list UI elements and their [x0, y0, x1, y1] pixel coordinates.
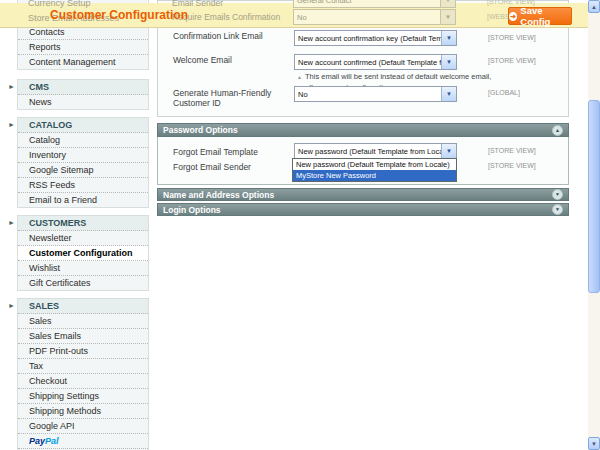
dropdown-arrow-icon[interactable]: ▼ — [441, 144, 456, 158]
dropdown-arrow-icon[interactable]: ▼ — [441, 55, 456, 69]
sidebar-item-pdf-print-outs[interactable]: PDF Print-outs — [18, 344, 148, 359]
dropdown-arrow-icon: ▼ — [440, 10, 455, 24]
dropdown-arrow-icon[interactable]: ▼ — [441, 87, 456, 101]
dropdown-arrow-icon: ▼ — [440, 0, 455, 7]
group-arrow-icon: ► — [8, 216, 15, 230]
require-emails-confirmation-select[interactable]: No ▼ — [293, 9, 456, 25]
group-arrow-icon: ► — [8, 299, 15, 313]
config-nav-group-catalog: ► CATALOG Catalog Inventory Google Sitem… — [17, 117, 149, 208]
field-label: Forgot Email Sender — [173, 162, 251, 172]
magento-admin-configuration-page: Contacts Reports Content Management ► CM… — [0, 0, 600, 450]
sidebar-item-paypal[interactable]: PayPal — [18, 434, 148, 449]
login-options-header[interactable]: Login Options ▼ — [157, 203, 569, 216]
sidebar-item-shipping-methods[interactable]: Shipping Methods — [18, 404, 148, 419]
paypal-logo-pal: Pal — [45, 436, 59, 446]
sidebar-item-news[interactable]: News — [18, 95, 148, 109]
scroll-up-button[interactable]: ▲ — [588, 0, 600, 13]
select-value: New account confirmed (Default Template … — [295, 58, 441, 67]
field-label: Email Sender — [172, 0, 223, 8]
sidebar-item-newsletter[interactable]: Newsletter — [18, 231, 148, 246]
welcome-email-select[interactable]: New account confirmed (Default Template … — [294, 54, 457, 70]
sidebar-item-gift-certificates[interactable]: Gift Certificates — [18, 276, 148, 290]
dropdown-option[interactable]: New password (Default Template from Loca… — [293, 159, 456, 170]
select-value: No — [295, 90, 441, 99]
section-title: Login Options — [163, 205, 221, 215]
sidebar-item-wishlist[interactable]: Wishlist — [18, 261, 148, 276]
sidebar-item-content-management[interactable]: Content Management — [18, 55, 148, 69]
save-button-label: Save Config — [520, 5, 571, 27]
expand-icon[interactable]: ▼ — [552, 204, 563, 215]
config-nav-sidebar: Contacts Reports Content Management ► CM… — [17, 0, 149, 450]
field-label: Confirmation Link Email — [173, 31, 263, 41]
sidebar-item-google-api[interactable]: Google API — [18, 419, 148, 434]
section-title: Name and Address Options — [163, 190, 274, 200]
password-options-header[interactable]: Password Options ▲ — [157, 123, 569, 137]
sidebar-item-customer-configuration[interactable]: Customer Configuration — [18, 246, 148, 261]
sidebar-item-reports[interactable]: Reports — [18, 40, 148, 55]
sidebar-item-google-sitemap[interactable]: Google Sitemap — [18, 163, 148, 178]
paypal-logo-pay: Pay — [29, 436, 45, 446]
select-value: No — [294, 13, 440, 22]
field-label: Welcome Email — [173, 55, 232, 65]
sidebar-header-catalog: ► CATALOG — [18, 118, 148, 133]
sidebar-header-sales: ► SALES — [18, 299, 148, 314]
expand-icon[interactable]: ▼ — [552, 189, 563, 200]
select-value: New password (Default Template from Loca… — [295, 147, 441, 156]
scope-label: [STORE VIEW] — [488, 34, 536, 41]
save-config-button[interactable]: ➜ Save Config — [508, 7, 572, 25]
forgot-email-template-select[interactable]: New password (Default Template from Loca… — [294, 143, 457, 159]
sidebar-item-checkout[interactable]: Checkout — [18, 374, 148, 389]
scope-label: [GLOBAL] — [488, 89, 520, 96]
sidebar-header-cms: ► CMS — [18, 80, 148, 95]
sidebar-item-sales[interactable]: Sales — [18, 314, 148, 329]
scroll-down-button[interactable]: ▼ — [588, 437, 600, 450]
confirmation-link-email-select[interactable]: New account confirmation key (Default Te… — [294, 30, 457, 46]
scope-label: [STORE VIEW] — [488, 57, 536, 64]
group-arrow-icon: ► — [8, 80, 15, 94]
vertical-scrollbar: ▲ ▼ — [588, 0, 600, 450]
select-value: General Contact — [294, 0, 440, 5]
select-value: New account confirmation key (Default Te… — [295, 34, 441, 43]
dropdown-arrow-icon[interactable]: ▼ — [441, 31, 456, 45]
sidebar-header-customers: ► CUSTOMERS — [18, 216, 148, 231]
scrollbar-thumb[interactable] — [588, 100, 600, 293]
sidebar-item-sales-emails[interactable]: Sales Emails — [18, 329, 148, 344]
sidebar-header-label: CMS — [29, 82, 49, 92]
sidebar-header-label: CATALOG — [29, 120, 72, 130]
sidebar-item-tax[interactable]: Tax — [18, 359, 148, 374]
config-nav-group-sales: ► SALES Sales Sales Emails PDF Print-out… — [17, 298, 149, 450]
note-marker-icon: ▲ — [297, 74, 302, 80]
sidebar-item-shipping-settings[interactable]: Shipping Settings — [18, 389, 148, 404]
scope-label: [STORE VIEW] — [488, 162, 536, 169]
config-nav-group-customers: ► CUSTOMERS Newsletter Customer Configur… — [17, 215, 149, 291]
sidebar-item-rss-feeds[interactable]: RSS Feeds — [18, 178, 148, 193]
config-nav-group-cms: ► CMS News — [17, 79, 149, 110]
section-title: Password Options — [163, 125, 238, 135]
save-icon: ➜ — [509, 12, 517, 21]
scroll-up-icon: ▲ — [591, 4, 597, 10]
sidebar-header-label: SALES — [29, 301, 59, 311]
name-and-address-options-header[interactable]: Name and Address Options ▼ — [157, 188, 569, 201]
generate-customer-id-select[interactable]: No ▼ — [294, 86, 457, 102]
dropdown-option-highlighted[interactable]: MyStore New Password — [293, 170, 456, 181]
field-label: Require Emails Confirmation — [172, 12, 280, 22]
sidebar-header-label: CUSTOMERS — [29, 218, 86, 228]
floating-page-header: Currency Setup Store Email Addresses Ema… — [0, 0, 588, 28]
collapse-icon[interactable]: ▲ — [552, 125, 563, 136]
group-arrow-icon: ► — [8, 118, 15, 132]
field-label: Forgot Email Template — [173, 147, 258, 157]
forgot-email-template-dropdown-list: New password (Default Template from Loca… — [292, 158, 457, 182]
sidebar-item-email-to-a-friend[interactable]: Email to a Friend — [18, 193, 148, 207]
page-title: Customer Configuration — [50, 8, 188, 22]
scroll-down-icon: ▼ — [591, 441, 597, 447]
field-label: Generate Human-Friendly Customer ID — [173, 88, 285, 108]
sidebar-item-catalog[interactable]: Catalog — [18, 133, 148, 148]
email-sender-select[interactable]: General Contact ▼ — [293, 0, 456, 8]
sidebar-item-inventory[interactable]: Inventory — [18, 148, 148, 163]
scope-label: [STORE VIEW] — [488, 147, 536, 154]
